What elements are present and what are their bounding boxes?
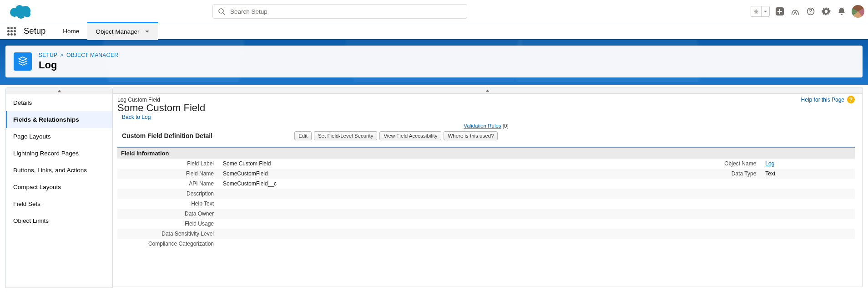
where-used-button[interactable]: Where is this used? [444,131,498,140]
validation-rules-count: [0] [503,123,509,128]
sidebar-item-details[interactable]: Details [6,94,112,111]
section-field-info: Field Information [117,148,855,159]
search-input[interactable] [212,4,467,19]
context-band: SETUP > OBJECT MANAGER Log [0,40,868,82]
table-row: Field Label Some Custom Field Object Nam… [117,159,855,169]
table-row: Data Sensitivity Level [117,229,855,239]
back-to-link[interactable]: Back to Log [122,114,151,120]
table-row: Field Usage [117,219,855,229]
edit-button[interactable]: Edit [294,131,312,140]
field-info-table: Field Label Some Custom Field Object Nam… [117,159,855,249]
sidebar-scroll-up[interactable] [6,88,112,94]
page-title: Log [39,59,118,71]
help-icon: ? [847,96,855,103]
app-launcher-icon[interactable] [5,23,17,39]
search-icon [218,8,225,15]
help-for-page-label: Help for this Page [801,97,844,103]
table-row: Data Owner [117,209,855,219]
detail-title: Some Custom Field [117,102,205,114]
svg-point-11 [810,13,811,14]
lbl-description: Description [117,189,217,199]
sidebar-item-lrp[interactable]: Lightning Record Pages [6,145,112,162]
definition-title: Custom Field Definition Detail [122,132,240,139]
sidebar: Details Fields & Relationships Page Layo… [5,87,113,288]
val-object-name[interactable]: Log [765,160,774,167]
help-icon[interactable] [805,6,816,17]
header-utility [751,5,864,18]
tab-object-manager-label: Object Manager [96,28,139,35]
tab-home[interactable]: Home [55,23,87,39]
tab-object-manager[interactable]: Object Manager [87,22,158,40]
val-compliance [217,239,531,249]
svg-point-5 [219,9,223,13]
sidebar-item-label: Page Layouts [13,133,51,140]
lbl-help-text: Help Text [117,199,217,209]
sidebar-item-label: Compact Layouts [13,184,61,190]
lbl-field-name: Field Name [117,169,217,179]
chevron-down-icon [145,29,150,34]
sidebar-item-fields[interactable]: Fields & Relationships [6,111,112,128]
val-field-name: SomeCustomField [217,169,531,179]
sidebar-item-compact[interactable]: Compact Layouts [6,179,112,195]
val-api-name: SomeCustomField__c [217,179,531,189]
val-field-label: Some Custom Field [217,159,531,169]
trailhead-icon[interactable] [790,6,801,17]
svg-line-6 [223,13,225,15]
lbl-compliance: Compliance Categorization [117,239,217,249]
global-header [0,0,868,23]
fls-button[interactable]: Set Field-Level Security [314,131,377,140]
table-row: Help Text [117,199,855,209]
classic-detail-pane: Log Custom Field Some Custom Field Back … [113,94,863,287]
sidebar-item-label: Lightning Record Pages [13,150,79,157]
table-row: API Name SomeCustomField__c [117,179,855,189]
page-header-card: SETUP > OBJECT MANAGER Log [5,46,863,77]
lbl-data-sensitivity: Data Sensitivity Level [117,229,217,239]
vfa-button[interactable]: View Field Accessibility [379,131,441,140]
detail-button-row: Edit Set Field-Level Security View Field… [294,131,498,140]
salesforce-logo [8,3,33,20]
sidebar-item-pagelayouts[interactable]: Page Layouts [6,128,112,145]
search-container [212,4,467,19]
svg-rect-9 [777,11,782,12]
sidebar-item-label: Object Limits [13,217,49,224]
content-scroll-up[interactable] [113,87,863,94]
lbl-data-owner: Data Owner [117,209,217,219]
table-row: Field Name SomeCustomField Data Type Tex… [117,169,855,179]
breadcrumb-sep: > [59,52,65,58]
help-for-page-link[interactable]: Help for this Page ? [801,96,855,103]
table-row: Compliance Categorization [117,239,855,249]
tab-home-label: Home [63,28,79,35]
sidebar-item-bla[interactable]: Buttons, Links, and Actions [6,162,112,179]
gear-icon[interactable] [821,6,832,17]
lbl-api-name: API Name [117,179,217,189]
val-description [217,189,531,199]
breadcrumb: SETUP > OBJECT MANAGER [39,52,118,58]
breadcrumb-setup[interactable]: SETUP [39,52,57,58]
context-tab-bar: Setup Home Object Manager [0,23,868,40]
sidebar-item-label: Buttons, Links, and Actions [13,167,87,174]
star-icon [751,6,761,16]
sidebar-item-label: Field Sets [13,200,40,207]
sidebar-item-fieldsets[interactable]: Field Sets [6,195,112,212]
object-icon [14,52,32,71]
bell-icon[interactable] [836,6,847,17]
val-data-sensitivity [217,229,531,239]
favorites-combo[interactable] [751,6,770,17]
add-icon[interactable] [774,6,785,17]
chevron-down-icon [761,6,769,16]
lbl-data-type: Data Type [531,169,759,179]
sidebar-item-limits[interactable]: Object Limits [6,212,112,229]
table-row: Description [117,189,855,199]
validation-rules-anchor[interactable]: Validation Rules [464,123,501,128]
sidebar-item-label: Details [13,99,32,106]
avatar[interactable] [852,5,864,18]
content-column: Log Custom Field Some Custom Field Back … [113,87,863,288]
breadcrumb-objmgr[interactable]: OBJECT MANAGER [66,52,118,58]
val-data-type: Text [759,169,855,179]
val-help-text [217,199,531,209]
svg-point-4 [24,11,30,17]
sidebar-item-label: Fields & Relationships [13,116,79,123]
val-field-usage [217,219,531,229]
lbl-field-usage: Field Usage [117,219,217,229]
val-data-owner [217,209,531,219]
